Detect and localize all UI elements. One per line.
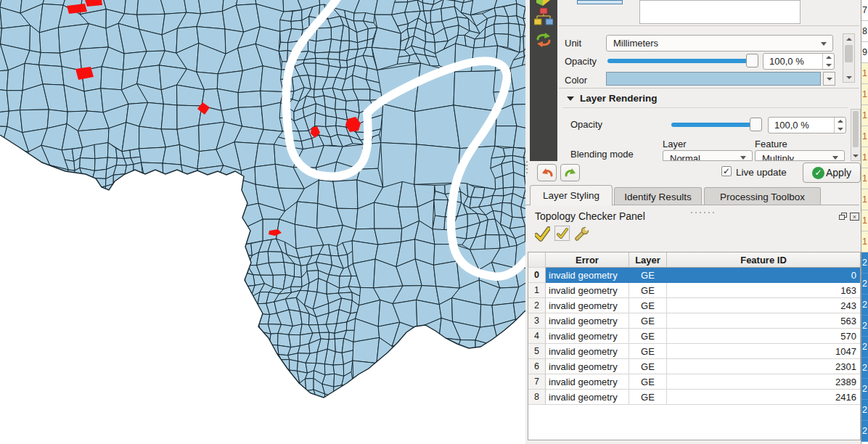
table-row[interactable]: 6invalid geometryGE2301 (528, 359, 860, 374)
error-cell[interactable]: invalid geometry (546, 313, 629, 329)
table-row[interactable]: 3invalid geometryGE563 (528, 313, 860, 329)
validate-extent-icon[interactable] (554, 226, 570, 241)
color-dropdown-button[interactable] (823, 72, 835, 86)
color-swatch-button[interactable] (606, 72, 821, 86)
scrollbar-thumb[interactable] (845, 45, 853, 62)
validate-all-icon[interactable] (535, 226, 550, 242)
opacity-slider-handle[interactable] (746, 54, 758, 67)
error-cell[interactable]: invalid geometry (546, 344, 629, 359)
feature-id-cell[interactable]: 243 (667, 298, 860, 313)
error-cell[interactable]: invalid geometry (546, 268, 629, 283)
scroll-up-icon[interactable] (843, 34, 854, 44)
tab-processing-toolbox[interactable]: Processing Toolbox (704, 187, 821, 205)
layer-cell[interactable]: GE (629, 283, 667, 298)
table-row[interactable]: 0invalid geometryGE0 (528, 268, 860, 283)
blend-layer-combo[interactable]: Normal (663, 150, 753, 161)
table-row[interactable]: 2invalid geometryGE243 (528, 298, 860, 313)
row-number-cell[interactable]: 1 (528, 283, 546, 298)
opacity-spinbox[interactable]: 100,0 % (763, 53, 835, 70)
edge-strip-cell: 2 (861, 337, 868, 358)
topology-errors-table[interactable]: Error Layer Feature ID 0invalid geometry… (528, 252, 861, 440)
spin-down-icon[interactable] (835, 126, 846, 133)
row-number-cell[interactable]: 7 (528, 374, 546, 390)
layer-cell[interactable]: GE (629, 298, 667, 313)
row-number-cell[interactable]: 6 (528, 359, 546, 374)
scroll-down-icon[interactable] (851, 151, 860, 160)
row-number-cell[interactable]: 3 (528, 313, 546, 329)
close-panel-icon[interactable]: × (850, 213, 859, 221)
feature-id-cell[interactable]: 1047 (667, 344, 860, 359)
error-cell[interactable]: invalid geometry (546, 283, 629, 298)
layer-cell[interactable]: GE (629, 313, 667, 329)
spin-up-icon[interactable] (835, 118, 846, 126)
live-update-checkbox[interactable]: ✓ (721, 166, 732, 176)
symbol-list-box[interactable] (639, 0, 801, 24)
tab-label: Processing Toolbox (720, 192, 805, 202)
table-row[interactable]: 8invalid geometryGE2416 (528, 390, 860, 405)
collapse-triangle-icon[interactable] (567, 96, 574, 101)
lr-opacity-slider[interactable] (671, 123, 753, 127)
lr-opacity-slider-handle[interactable] (750, 118, 762, 131)
scroll-down-icon[interactable] (843, 73, 854, 82)
symbol-preview-button[interactable] (577, 0, 623, 4)
redo-style-button[interactable] (560, 164, 580, 181)
configure-wrench-icon[interactable] (574, 226, 589, 242)
tab-identify-results[interactable]: Identify Results (614, 187, 702, 205)
column-header-feature-id[interactable]: Feature ID (667, 252, 860, 268)
layer-rendering-title: Layer Rendering (580, 93, 658, 104)
error-cell[interactable]: invalid geometry (546, 390, 629, 405)
rendering-scrollbar[interactable] (851, 109, 861, 161)
error-cell[interactable]: invalid geometry (546, 374, 629, 390)
tab-layer-styling[interactable]: Layer Styling (530, 185, 613, 205)
style-history-tab-icon[interactable] (534, 33, 553, 47)
apply-check-icon: ✓ (812, 167, 824, 179)
spin-down-icon[interactable] (823, 62, 834, 70)
blend-feature-combo[interactable]: Multiply (755, 150, 845, 161)
layer-cell[interactable]: GE (629, 374, 667, 390)
table-row[interactable]: 1invalid geometryGE163 (528, 283, 860, 298)
layer-cell[interactable]: GE (629, 359, 667, 374)
feature-id-cell[interactable]: 2416 (667, 390, 860, 405)
opacity-spinbox-value: 100,0 % (769, 56, 804, 67)
map-canvas[interactable] (0, 0, 525, 444)
tab-label: Identify Results (624, 192, 691, 202)
table-row[interactable]: 7invalid geometryGE2389 (528, 374, 860, 390)
error-cell[interactable]: invalid geometry (546, 298, 629, 313)
layer-cell[interactable]: GE (629, 268, 667, 283)
row-number-cell[interactable]: 5 (528, 344, 546, 359)
feature-id-cell[interactable]: 563 (667, 313, 860, 329)
spin-up-icon[interactable] (823, 54, 834, 62)
labels-tab-icon[interactable] (534, 0, 553, 7)
lr-opacity-spinbox-value: 100,0 % (774, 120, 809, 131)
table-row[interactable]: 5invalid geometryGE1047 (528, 344, 860, 359)
edge-strip-cell: 2 (861, 274, 868, 295)
layer-cell[interactable]: GE (629, 329, 667, 344)
panel-splitter-handle[interactable] (526, 159, 528, 176)
symbol-scrollbar[interactable] (843, 33, 855, 83)
feature-id-cell[interactable]: 570 (667, 329, 860, 344)
layer-cell[interactable]: GE (629, 344, 667, 359)
opacity-slider[interactable] (607, 59, 748, 63)
lr-opacity-spinbox[interactable]: 100,0 % (768, 117, 846, 133)
diagrams-tab-icon[interactable] (534, 8, 553, 26)
float-panel-icon[interactable] (839, 213, 848, 221)
column-header-layer[interactable]: Layer (629, 252, 667, 268)
row-number-cell[interactable]: 4 (528, 329, 546, 344)
scrollbar-thumb[interactable] (853, 111, 859, 147)
unit-combo[interactable]: Millimeters (606, 35, 833, 52)
feature-id-cell[interactable]: 163 (667, 283, 860, 298)
row-number-cell[interactable]: 0 (528, 268, 546, 283)
feature-id-cell[interactable]: 2301 (667, 359, 860, 374)
error-cell[interactable]: invalid geometry (546, 329, 629, 344)
dock-splitter-handle[interactable] (689, 206, 716, 217)
row-number-cell[interactable]: 2 (528, 298, 546, 313)
undo-style-button[interactable] (537, 164, 557, 181)
table-row[interactable]: 4invalid geometryGE570 (528, 329, 860, 344)
feature-id-cell[interactable]: 2389 (667, 374, 860, 390)
feature-id-cell[interactable]: 0 (667, 268, 860, 283)
layer-cell[interactable]: GE (629, 390, 667, 405)
error-cell[interactable]: invalid geometry (546, 359, 629, 374)
column-header-error[interactable]: Error (546, 252, 629, 268)
row-number-cell[interactable]: 8 (528, 390, 546, 405)
apply-button[interactable]: ✓ Apply (803, 163, 861, 183)
